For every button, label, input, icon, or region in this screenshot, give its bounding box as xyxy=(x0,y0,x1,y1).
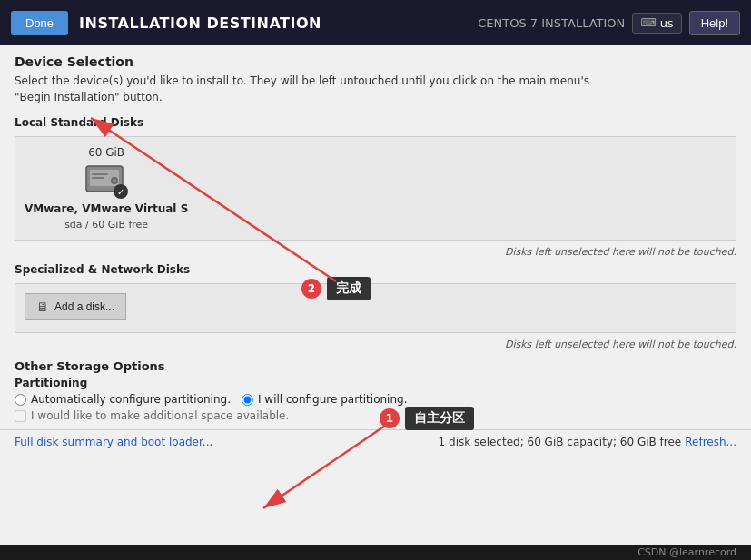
manual-partition-label: I will configure partitioning. xyxy=(258,393,407,406)
auto-partition-label: Automatically configure partitioning. xyxy=(31,393,231,406)
disk-name: VMware, VMware Virtual S xyxy=(25,202,188,215)
header-left: Done INSTALLATION DESTINATION xyxy=(11,11,321,35)
centos-title: CENTOS 7 INSTALLATION xyxy=(478,16,625,30)
other-storage-options: Other Storage Options Partitioning Autom… xyxy=(0,352,751,429)
specialized-label: Specialized & Network Disks xyxy=(0,260,751,280)
local-disk-note: Disks left unselected here will not be t… xyxy=(0,244,751,260)
add-disk-label: Add a disk... xyxy=(54,300,114,313)
header-right: CENTOS 7 INSTALLATION ⌨ us Help! xyxy=(478,11,740,35)
svg-rect-5 xyxy=(92,177,104,179)
done-button[interactable]: Done xyxy=(11,11,68,35)
add-disk-icon: 🖥 xyxy=(36,300,49,314)
keyboard-lang: us xyxy=(660,16,674,30)
refresh-link[interactable]: Refresh... xyxy=(685,436,736,448)
footer: Full disk summary and boot loader... 1 d… xyxy=(0,429,751,454)
disk-icon-container: ✓ xyxy=(84,162,128,199)
header: Done INSTALLATION DESTINATION CENTOS 7 I… xyxy=(0,0,751,45)
help-button[interactable]: Help! xyxy=(689,11,740,35)
other-storage-title: Other Storage Options xyxy=(15,359,736,373)
keyboard-indicator[interactable]: ⌨ us xyxy=(632,13,681,34)
keyboard-icon: ⌨ xyxy=(640,16,656,29)
local-disk-area: 60 GiB ✓ VMware, VMware Vir xyxy=(15,136,736,241)
bottom-bar: CSDN @learnrecord xyxy=(0,545,751,560)
specialized-disk-note: Disks left unselected here will not be t… xyxy=(0,337,751,352)
radio-row: Automatically configure partitioning. I … xyxy=(15,393,736,406)
device-selection-title: Device Selection xyxy=(0,45,751,71)
local-disks-label: Local Standard Disks xyxy=(0,113,751,133)
disk-item[interactable]: 60 GiB ✓ VMware, VMware Vir xyxy=(25,146,188,231)
svg-rect-4 xyxy=(92,173,108,175)
disk-info: sda / 60 GiB free xyxy=(64,219,148,231)
space-available-row: I would like to make additional space av… xyxy=(15,409,736,422)
content: Device Selection Select the device(s) yo… xyxy=(0,45,751,545)
main-container: Done INSTALLATION DESTINATION CENTOS 7 I… xyxy=(0,0,751,560)
footer-right: 1 disk selected; 60 GiB capacity; 60 GiB… xyxy=(439,436,736,448)
section-description: Select the device(s) you'd like to insta… xyxy=(0,71,751,113)
svg-point-3 xyxy=(113,179,116,182)
manual-partition-option[interactable]: I will configure partitioning. xyxy=(242,393,407,406)
specialized-disk-area: 🖥 Add a disk... xyxy=(15,283,736,333)
add-disk-button[interactable]: 🖥 Add a disk... xyxy=(25,293,126,320)
partitioning-label: Partitioning xyxy=(15,377,736,389)
page-title: INSTALLATION DESTINATION xyxy=(79,15,321,32)
bottom-bar-text: CSDN @learnrecord xyxy=(637,546,736,558)
content-wrapper: Device Selection Select the device(s) yo… xyxy=(0,45,751,560)
disk-summary-link[interactable]: Full disk summary and boot loader... xyxy=(15,436,212,448)
disk-size: 60 GiB xyxy=(88,146,124,159)
space-available-checkbox[interactable] xyxy=(15,410,26,422)
auto-partition-option[interactable]: Automatically configure partitioning. xyxy=(15,393,231,406)
disk-status-text: 1 disk selected; 60 GiB capacity; 60 GiB… xyxy=(439,436,682,448)
space-available-label: I would like to make additional space av… xyxy=(31,409,289,422)
manual-partition-radio[interactable] xyxy=(242,394,253,406)
auto-partition-radio[interactable] xyxy=(15,394,26,406)
disk-check-badge: ✓ xyxy=(114,184,128,199)
